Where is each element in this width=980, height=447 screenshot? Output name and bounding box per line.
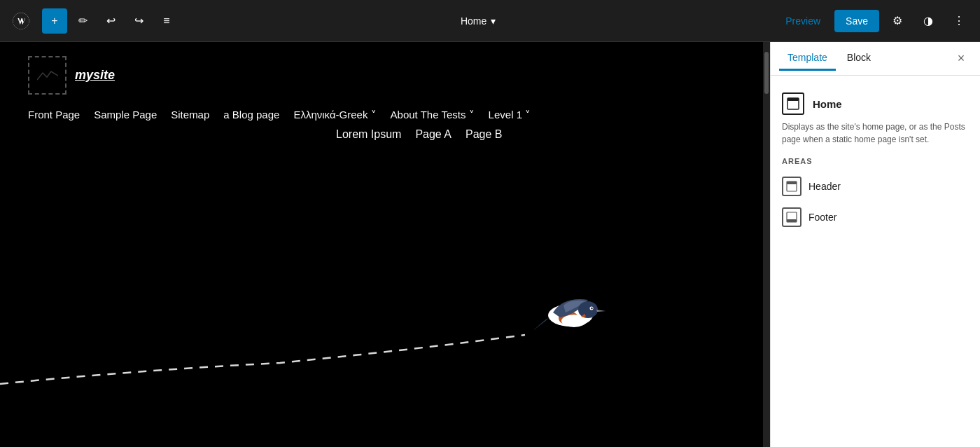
toolbar-right: Preview Save ⚙ ◑ ⋮ xyxy=(777,8,972,34)
tab-template[interactable]: Template xyxy=(779,46,836,71)
site-logo xyxy=(28,56,66,95)
nav-item-about-tests[interactable]: About The Tests ˅ xyxy=(391,109,475,121)
svg-rect-10 xyxy=(787,181,797,184)
header-area-icon xyxy=(782,177,802,196)
page-title: Home xyxy=(461,15,486,27)
nav-item-sample-page[interactable]: Sample Page xyxy=(94,109,157,121)
toolbar-center: Home ▾ xyxy=(182,11,774,31)
area-item-footer[interactable]: Footer xyxy=(782,202,969,233)
svg-point-1 xyxy=(548,304,593,326)
nav-item-page-a[interactable]: Page A xyxy=(415,128,451,141)
menu-button[interactable]: ≡ xyxy=(154,8,179,34)
site-name: mysite xyxy=(75,68,115,83)
wp-logo xyxy=(8,8,34,34)
canvas-scrollbar[interactable] xyxy=(763,42,770,447)
panel-item-home: Home xyxy=(782,87,969,121)
add-button[interactable]: + xyxy=(42,8,67,34)
site-header: mysite Front Page Sample Page Sitemap a … xyxy=(0,42,770,155)
area-item-header[interactable]: Header xyxy=(782,171,969,202)
site-logo-area: mysite xyxy=(28,56,742,95)
canvas-scrollbar-thumb xyxy=(764,52,769,94)
nav-item-greek[interactable]: Ελληνικά-Greek ˅ xyxy=(293,109,376,121)
panel-close-button[interactable]: × xyxy=(951,48,972,69)
nav-primary: Front Page Sample Page Sitemap a Blog pa… xyxy=(28,109,742,121)
area-label-footer: Footer xyxy=(808,212,836,223)
toolbar-left: + ✏ ↩ ↪ ≡ xyxy=(8,8,179,34)
pencil-button[interactable]: ✏ xyxy=(70,8,95,34)
toolbar: + ✏ ↩ ↪ ≡ Home ▾ Preview Save ⚙ ◑ ⋮ xyxy=(0,0,980,42)
svg-rect-12 xyxy=(787,219,797,222)
nav-item-blog[interactable]: a Blog page xyxy=(223,109,279,121)
flight-path xyxy=(0,307,770,391)
svg-point-2 xyxy=(559,311,578,325)
nav-item-page-b[interactable]: Page B xyxy=(465,128,502,141)
page-selector[interactable]: Home ▾ xyxy=(452,11,504,31)
svg-point-4 xyxy=(578,301,598,318)
preview-button[interactable]: Preview xyxy=(777,11,829,31)
area-label-header: Header xyxy=(808,181,841,192)
right-panel: Template Block × Home Displays as the si… xyxy=(770,42,980,447)
main-area: mysite Front Page Sample Page Sitemap a … xyxy=(0,42,980,447)
canvas[interactable]: mysite Front Page Sample Page Sitemap a … xyxy=(0,42,770,447)
panel-item-title: Home xyxy=(813,98,842,110)
contrast-button[interactable]: ◑ xyxy=(916,8,941,34)
svg-point-5 xyxy=(590,307,594,310)
nav-item-lorem[interactable]: Lorem Ipsum xyxy=(336,128,401,141)
svg-rect-8 xyxy=(788,98,799,101)
footer-area-icon xyxy=(782,207,802,227)
panel-description: Displays as the site's home page, or as … xyxy=(782,121,969,146)
redo-button[interactable]: ↪ xyxy=(126,8,151,34)
bird-area xyxy=(0,216,770,391)
svg-point-6 xyxy=(591,308,592,309)
tab-block[interactable]: Block xyxy=(839,46,879,71)
panel-content: Home Displays as the site's home page, o… xyxy=(771,76,980,244)
save-button[interactable]: Save xyxy=(834,10,879,32)
nav-item-sitemap[interactable]: Sitemap xyxy=(171,109,209,121)
undo-button[interactable]: ↩ xyxy=(98,8,123,34)
home-template-icon xyxy=(782,92,804,115)
nav-secondary: Lorem Ipsum Page A Page B xyxy=(336,128,742,141)
nav-item-front-page[interactable]: Front Page xyxy=(28,109,80,121)
settings-button[interactable]: ⚙ xyxy=(885,8,910,34)
bird-illustration xyxy=(525,279,616,342)
svg-point-3 xyxy=(561,315,587,327)
areas-label: AREAS xyxy=(782,157,969,165)
nav-item-level1[interactable]: Level 1 ˅ xyxy=(489,109,531,121)
more-options-button[interactable]: ⋮ xyxy=(946,8,972,34)
panel-tabs: Template Block × xyxy=(771,42,980,76)
page-chevron: ▾ xyxy=(491,15,496,27)
